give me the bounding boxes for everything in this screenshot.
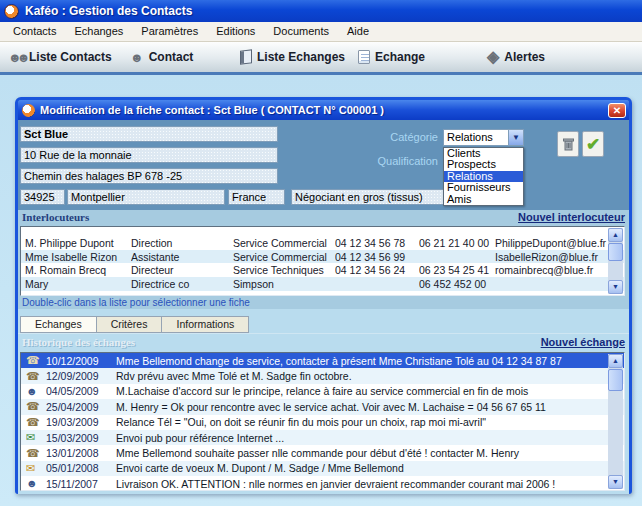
interlocuteur-phone: 04 12 34 56 99 xyxy=(335,251,419,263)
toolbar-label: Liste Contacts xyxy=(29,50,112,64)
history-list[interactable]: ▲ ▼ 10/12/2009 Mme Bellemond change de s… xyxy=(20,352,625,491)
interlocuteur-phone: 04 12 34 56 24 xyxy=(335,264,419,276)
dialog-titlebar: Modification de la fiche contact : Sct B… xyxy=(18,100,629,120)
interlocuteur-row[interactable]: Mary Directrice co Simpson 06 452 452 00 xyxy=(21,277,624,291)
menu-item[interactable]: Paramètres xyxy=(132,22,207,41)
category-dropdown[interactable]: Relations ▼ xyxy=(443,129,524,146)
interlocuteur-row[interactable]: M. Philippe Dupont Direction Service Com… xyxy=(21,236,624,250)
interlocuteur-phone: 04 12 34 56 78 xyxy=(335,237,419,249)
interlocuteur-service: Service Commercial xyxy=(233,251,335,263)
interlocuteur-role: Assistante xyxy=(131,251,233,263)
exchange-row[interactable]: 15/03/2009 Envoi pub pour référence Inte… xyxy=(21,430,624,445)
interlocuteurs-scrollbar[interactable]: ▲ ▼ xyxy=(608,228,623,294)
toolbar-liste-contacts-button[interactable]: ☻☻ Liste Contacts xyxy=(8,42,112,72)
history-title: Historique des échanges xyxy=(22,336,135,348)
qualification-field[interactable]: Négociant en gros (tissus) xyxy=(291,189,454,205)
interlocuteur-row[interactable]: Mme Isabelle Rizon Assistante Service Co… xyxy=(21,250,624,264)
scroll-down-icon[interactable]: ▼ xyxy=(608,280,623,294)
interlocuteur-row[interactable]: M. Romain Brecq Directeur Service Techni… xyxy=(21,263,624,277)
interlocuteur-mobile: 06 452 452 00 xyxy=(419,278,495,290)
interlocuteur-name: Mary xyxy=(25,278,131,290)
company-name-field[interactable]: Sct Blue xyxy=(20,126,278,142)
menu-item[interactable]: Echanges xyxy=(65,22,132,41)
scroll-up-icon[interactable]: ▲ xyxy=(608,228,623,242)
interlocuteur-name: M. Romain Brecq xyxy=(25,264,131,276)
menu-item[interactable]: Documents xyxy=(264,22,338,41)
interlocuteur-email: PhilippeDupont@blue.fr xyxy=(495,237,624,249)
exchange-row[interactable]: 05/01/2008 Envoi carte de voeux M. Dupon… xyxy=(21,461,624,476)
toolbar-contact-button[interactable]: ☻ Contact xyxy=(130,42,193,72)
city-field[interactable]: Montpellier xyxy=(67,189,225,205)
menu-item[interactable]: Contacts xyxy=(4,22,65,41)
dialog-body: Sct Blue 10 Rue de la monnaie Chemin des… xyxy=(18,120,629,494)
category-label: Catégorie xyxy=(346,131,438,143)
scroll-down-icon[interactable]: ▼ xyxy=(608,475,623,489)
scroll-up-icon[interactable]: ▲ xyxy=(608,354,623,368)
toolbar-alertes-button[interactable]: ◈ Alertes xyxy=(487,42,545,72)
menu-item[interactable]: Editions xyxy=(207,22,264,41)
exchange-row[interactable]: 15/11/2007 Livraison OK. ATTENTION : nll… xyxy=(21,476,624,491)
category-option[interactable]: Amis xyxy=(444,194,523,205)
exchange-date: 19/03/2009 xyxy=(46,416,116,428)
validate-button[interactable]: ✔ xyxy=(582,131,604,157)
delete-button[interactable] xyxy=(557,131,579,157)
exchange-text: Rdv prévu avec Mme Tolé et M. Sadge fin … xyxy=(116,370,624,382)
contact-edit-dialog: Modification de la fiche contact : Sct B… xyxy=(15,97,632,494)
toolbar: ☻☻ Liste Contacts ☻ Contact Liste Echang… xyxy=(0,42,642,72)
interlocuteurs-list[interactable]: ▲ ▼ M. Philippe Dupont Direction Service… xyxy=(20,226,625,296)
kafeo-app-icon xyxy=(22,104,35,117)
exchange-date: 04/05/2009 xyxy=(46,385,116,397)
exchange-date: 25/04/2009 xyxy=(46,401,116,413)
exchange-row[interactable]: 10/12/2009 Mme Bellemond change de servi… xyxy=(21,353,624,368)
scrollbar-thumb[interactable] xyxy=(608,369,623,391)
toolbar-echange-button[interactable]: Echange xyxy=(358,42,425,72)
menu-item[interactable]: Aide xyxy=(338,22,378,41)
exchange-row[interactable]: 13/01/2008 Mme Bellemond souhaite passer… xyxy=(21,445,624,460)
exchange-date: 15/11/2007 xyxy=(46,478,116,490)
category-option[interactable]: Fournisseurs xyxy=(444,182,523,193)
dialog-title: Modification de la fiche contact : Sct B… xyxy=(40,104,608,116)
exchange-type-icon xyxy=(26,432,46,443)
tab-echanges[interactable]: Echanges xyxy=(20,316,97,333)
toolbar-label: Echange xyxy=(375,50,425,64)
exchange-date: 13/01/2008 xyxy=(46,447,116,459)
interlocuteur-role: Direction xyxy=(131,237,233,249)
nouvel-echange-link[interactable]: Nouvel échange xyxy=(541,336,625,348)
history-scrollbar[interactable]: ▲ ▼ xyxy=(608,354,623,489)
exchange-type-icon xyxy=(26,417,46,428)
interlocuteur-role: Directeur xyxy=(131,264,233,276)
open-book-icon xyxy=(240,49,252,64)
tab-criteres[interactable]: Critères xyxy=(97,316,163,333)
toolbar-label: Contact xyxy=(149,50,194,64)
zip-field[interactable]: 34925 xyxy=(20,189,65,205)
check-icon: ✔ xyxy=(586,136,600,153)
interlocuteurs-header: Interlocuteurs Nouvel interlocuteur xyxy=(18,210,629,226)
exchange-row[interactable]: 19/03/2009 Relance Tél = "Oui, on doit s… xyxy=(21,415,624,430)
application-window: Kaféo : Gestion des Contacts ContactsEch… xyxy=(0,0,642,506)
qualification-label: Qualification xyxy=(346,155,438,167)
exchange-row[interactable]: 25/04/2009 M. Henry = Ok pour rencontre … xyxy=(21,399,624,414)
exchange-text: M.Lachaise d'accord sur le principe, rel… xyxy=(116,385,624,397)
exchange-type-icon xyxy=(26,386,46,397)
trash-icon xyxy=(562,137,575,152)
exchange-date: 10/12/2009 xyxy=(46,355,116,367)
exchange-type-icon xyxy=(26,448,46,459)
nouvel-interlocuteur-link[interactable]: Nouvel interlocuteur xyxy=(518,211,625,223)
exchange-type-icon xyxy=(26,463,46,474)
chevron-down-icon[interactable]: ▼ xyxy=(508,130,523,145)
exchange-row[interactable]: 04/05/2009 M.Lachaise d'accord sur le pr… xyxy=(21,384,624,399)
scrollbar-thumb[interactable] xyxy=(608,243,623,261)
menu-bar: ContactsEchangesParamètresEditionsDocume… xyxy=(0,22,642,42)
exchange-row[interactable]: 12/09/2009 Rdv prévu avec Mme Tolé et M.… xyxy=(21,368,624,383)
category-selected-value: Relations xyxy=(444,130,508,145)
address1-field[interactable]: 10 Rue de la monnaie xyxy=(20,147,278,163)
toolbar-liste-echanges-button[interactable]: Liste Echanges xyxy=(240,42,345,72)
interlocuteur-mobile: 06 23 54 25 41 xyxy=(419,264,495,276)
country-field[interactable]: France xyxy=(228,189,285,205)
interlocuteur-name: M. Philippe Dupont xyxy=(25,237,131,249)
address2-field[interactable]: Chemin des halages BP 678 -25 xyxy=(20,168,278,184)
tab-informations[interactable]: Informations xyxy=(162,316,249,333)
close-icon[interactable]: ✕ xyxy=(608,103,626,118)
kafeo-app-icon xyxy=(4,4,19,19)
interlocuteurs-title: Interlocuteurs xyxy=(22,211,89,223)
